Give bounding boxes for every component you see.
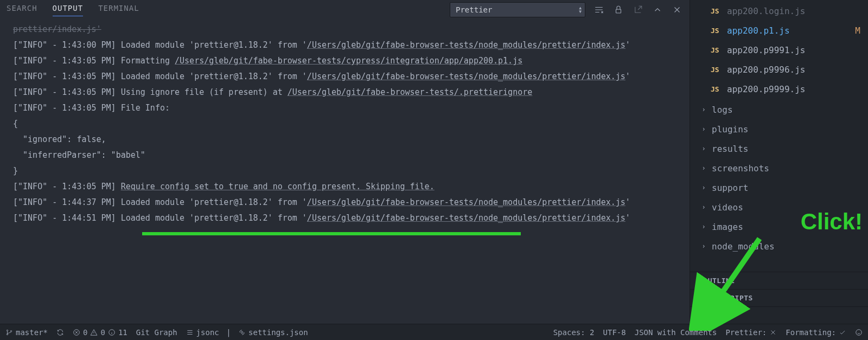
svg-point-1 — [7, 330, 8, 331]
chevron-right-icon: › — [695, 294, 700, 302]
output-body[interactable]: prettier/index.js'["INFO" - 1:43:00 PM] … — [0, 20, 690, 324]
explorer-sidebar: JSapp200.login.jsJSapp200.p1.jsMJSapp200… — [690, 0, 868, 324]
svg-point-7 — [856, 329, 862, 335]
x-icon — [769, 329, 777, 336]
spaces-status[interactable]: Spaces: 2 — [553, 328, 595, 337]
chevron-right-icon: › — [700, 106, 707, 113]
folder-item[interactable]: ›node_modules — [690, 236, 868, 256]
formatting-status[interactable]: Formatting: — [786, 328, 846, 337]
folder-item[interactable]: ›plugins — [690, 119, 868, 139]
chevron-right-icon: › — [700, 184, 707, 191]
folder-item[interactable]: ›support — [690, 178, 868, 197]
problems-status[interactable]: 0 0 11 — [73, 328, 127, 337]
output-channel-select[interactable]: Prettier ▲▼ — [450, 2, 585, 17]
section-header[interactable]: ›T — [690, 306, 868, 324]
git-graph-status[interactable]: Git Graph — [136, 328, 177, 337]
file-item[interactable]: JSapp200.login.js — [690, 1, 868, 21]
tab-search[interactable]: SEARCH — [7, 4, 37, 16]
js-icon: JS — [711, 27, 723, 35]
tab-output[interactable]: OUTPUT — [53, 4, 84, 16]
select-arrows-icon: ▲▼ — [579, 6, 582, 14]
clear-output-icon[interactable] — [593, 4, 605, 16]
modified-badge: M — [855, 25, 860, 36]
feedback-icon[interactable] — [855, 329, 863, 336]
section-header[interactable]: ›NPM SCRIPTS — [690, 289, 868, 306]
folder-item[interactable]: ›results — [690, 139, 868, 158]
folder-item[interactable]: ›videos — [690, 197, 868, 217]
jsonc-status[interactable]: jsonc | settings.json — [186, 328, 308, 337]
panel-tabs: SEARCH OUTPUT TERMINAL Prettier ▲▼ — [0, 0, 690, 20]
statusbar: master* 0 0 11 Git Graph jsonc | setting… — [0, 324, 868, 340]
chevron-right-icon: › — [700, 164, 707, 172]
close-panel-icon[interactable] — [671, 4, 683, 16]
sync-status[interactable] — [56, 329, 64, 336]
tab-terminal[interactable]: TERMINAL — [98, 4, 139, 16]
output-channel-value: Prettier — [456, 5, 492, 14]
chevron-up-icon[interactable] — [652, 4, 663, 16]
chevron-right-icon: › — [700, 223, 707, 230]
js-icon: JS — [711, 66, 723, 74]
chevron-right-icon: › — [700, 242, 707, 250]
folder-item[interactable]: ›logs — [690, 100, 868, 119]
js-icon: JS — [711, 46, 723, 54]
language-mode-status[interactable]: JSON with Comments — [635, 328, 717, 337]
js-icon: JS — [711, 85, 723, 93]
chevron-right-icon: › — [695, 277, 700, 285]
chevron-right-icon: › — [695, 311, 700, 319]
chevron-right-icon: › — [700, 145, 707, 152]
open-log-icon[interactable] — [632, 4, 644, 16]
svg-point-3 — [10, 330, 11, 331]
chevron-right-icon: › — [700, 203, 707, 211]
lock-scroll-icon[interactable] — [612, 4, 624, 16]
highlight-underline — [142, 232, 521, 235]
svg-point-6 — [241, 331, 243, 333]
check-icon — [839, 329, 846, 336]
prettier-status[interactable]: Prettier: — [725, 328, 777, 337]
file-item[interactable]: JSapp200.p9996.js — [690, 60, 868, 79]
git-branch-status[interactable]: master* — [5, 328, 48, 337]
section-header[interactable]: ›OUTLINE — [690, 272, 868, 289]
svg-rect-0 — [616, 9, 621, 13]
folder-item[interactable]: ›images — [690, 217, 868, 236]
chevron-right-icon: › — [700, 125, 707, 133]
file-item[interactable]: JSapp200.p9999.js — [690, 79, 868, 99]
file-item[interactable]: JSapp200.p1.jsM — [690, 21, 868, 40]
file-item[interactable]: JSapp200.p9991.js — [690, 40, 868, 60]
folder-item[interactable]: ›screenshots — [690, 158, 868, 178]
encoding-status[interactable]: UTF-8 — [603, 328, 626, 337]
js-icon: JS — [711, 7, 723, 15]
